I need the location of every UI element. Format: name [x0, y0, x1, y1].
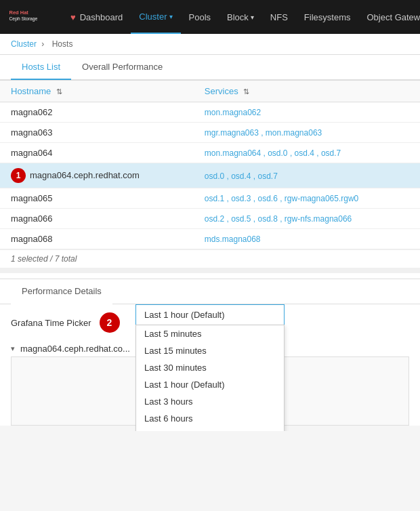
service-link[interactable]: osd.2 , osd.5 , osd.8 , rgw-nfs.magna066	[205, 214, 352, 224]
nav-object-gateway[interactable]: Object Gateway ▾	[358, 0, 420, 34]
grafana-row: Grafana Time Picker 2 Last 1 hour (Defau…	[0, 304, 420, 341]
sort-icon: ⇅	[56, 87, 62, 96]
hosts-table: Hostname ⇅ Services ⇅ magna062mon.magna0…	[0, 80, 420, 249]
table-row[interactable]: magna066osd.2 , osd.5 , osd.8 , rgw-nfs.…	[0, 209, 420, 229]
heart-icon: ♥	[70, 12, 76, 22]
hostname-cell: magna064	[0, 143, 194, 163]
performance-section: Performance Details Grafana Time Picker …	[0, 279, 420, 426]
hostname-cell: magna063	[0, 123, 194, 143]
dropdown-item[interactable]: Last 3 hours	[136, 393, 284, 410]
hostname-cell: magna068	[0, 229, 194, 249]
breadcrumb: Cluster › Hosts	[0, 34, 420, 55]
col-hostname[interactable]: Hostname ⇅	[0, 81, 194, 102]
tab-performance-details[interactable]: Performance Details	[11, 279, 112, 304]
expand-arrow-icon: ▾	[11, 344, 15, 353]
service-link[interactable]: osd.1 , osd.3 , osd.6 , rgw-magna065.rgw…	[205, 194, 358, 203]
table-row[interactable]: 1magna064.ceph.redhat.comosd.0 , osd.4 ,…	[0, 163, 420, 188]
services-cell: mon.magna064 , osd.0 , osd.4 , osd.7	[194, 143, 420, 163]
services-cell: mon.magna062	[194, 102, 420, 123]
page-content: Hosts List Overall Performance Hostname …	[0, 55, 420, 426]
tab-overall-performance[interactable]: Overall Performance	[71, 55, 173, 80]
table-row[interactable]: magna063mgr.magna063 , mon.magna063	[0, 123, 420, 143]
perf-tabs: Performance Details	[0, 279, 420, 304]
service-link[interactable]: osd.0 , osd.4 , osd.7	[205, 171, 278, 181]
service-link[interactable]: mon.magna064 , osd.0 , osd.4 , osd.7	[205, 148, 341, 158]
table-row[interactable]: magna068mds.magna068	[0, 229, 420, 249]
table-status: 1 selected / 7 total	[0, 249, 420, 268]
services-cell: osd.1 , osd.3 , osd.6 , rgw-magna065.rgw…	[194, 188, 420, 209]
chevron-down-icon: ▾	[251, 14, 254, 21]
table-row[interactable]: magna064mon.magna064 , osd.0 , osd.4 , o…	[0, 143, 420, 163]
service-link[interactable]: mon.magna062	[205, 108, 261, 117]
time-picker-dropdown: Last 1 hour (Default) Last 5 minutesLast…	[135, 304, 285, 431]
services-cell: osd.2 , osd.5 , osd.8 , rgw-nfs.magna066	[194, 209, 420, 229]
dropdown-list: Last 5 minutesLast 15 minutesLast 30 min…	[135, 325, 285, 431]
dropdown-selected[interactable]: Last 1 hour (Default)	[135, 304, 285, 325]
svg-text:Ceph Storage: Ceph Storage	[9, 16, 38, 22]
dropdown-item[interactable]: Last 6 hours	[136, 410, 284, 427]
nav-items: ♥ Dashboard Cluster ▾ Pools Block ▾ NFS …	[62, 0, 420, 34]
hostname-cell: magna065	[0, 188, 194, 209]
nav-pools[interactable]: Pools	[181, 0, 219, 34]
brand-logo: Red Hat Ceph Storage	[8, 5, 49, 29]
dropdown-item[interactable]: Last 5 minutes	[136, 325, 284, 342]
navbar: Red Hat Ceph Storage ♥ Dashboard Cluster…	[0, 0, 420, 34]
redhat-logo-svg: Red Hat Ceph Storage	[8, 5, 49, 29]
dropdown-item[interactable]: Last 30 minutes	[136, 359, 284, 376]
services-cell: osd.0 , osd.4 , osd.7	[194, 163, 420, 188]
nav-block[interactable]: Block ▾	[219, 0, 262, 34]
table-row[interactable]: magna065osd.1 , osd.3 , osd.6 , rgw-magn…	[0, 188, 420, 209]
table-row[interactable]: magna062mon.magna062	[0, 102, 420, 123]
col-services[interactable]: Services ⇅	[194, 81, 420, 102]
grafana-label: Grafana Time Picker	[11, 318, 91, 328]
nav-filesystems[interactable]: Filesystems	[296, 0, 359, 34]
circle-badge-1: 1	[11, 168, 26, 183]
circle-badge-2: 2	[100, 312, 120, 333]
nav-dashboard[interactable]: ♥ Dashboard	[62, 0, 131, 34]
dropdown-item[interactable]: Last 12 hours	[136, 427, 284, 431]
hostname-cell: 1magna064.ceph.redhat.com	[0, 163, 194, 188]
table-section: Hostname ⇅ Services ⇅ magna062mon.magna0…	[0, 80, 420, 268]
hostname-cell: magna062	[0, 102, 194, 123]
section-divider	[0, 268, 420, 273]
hostname-cell: magna066	[0, 209, 194, 229]
services-cell: mds.magna068	[194, 229, 420, 249]
dropdown-item[interactable]: Last 1 hour (Default)	[136, 376, 284, 393]
service-link[interactable]: mgr.magna063 , mon.magna063	[205, 128, 322, 138]
breadcrumb-cluster[interactable]: Cluster	[11, 39, 37, 49]
sort-icon: ⇅	[243, 87, 249, 96]
chevron-down-icon: ▾	[169, 13, 173, 20]
host-detail-name: magna064.ceph.redhat.co...	[20, 344, 130, 354]
host-tabs: Hosts List Overall Performance	[0, 55, 420, 80]
tab-hosts-list[interactable]: Hosts List	[11, 55, 71, 80]
services-cell: mgr.magna063 , mon.magna063	[194, 123, 420, 143]
nav-nfs[interactable]: NFS	[262, 0, 296, 34]
dropdown-item[interactable]: Last 15 minutes	[136, 342, 284, 359]
service-link[interactable]: mds.magna068	[205, 234, 261, 244]
svg-text:Red Hat: Red Hat	[9, 9, 29, 16]
nav-cluster[interactable]: Cluster ▾	[131, 0, 180, 34]
